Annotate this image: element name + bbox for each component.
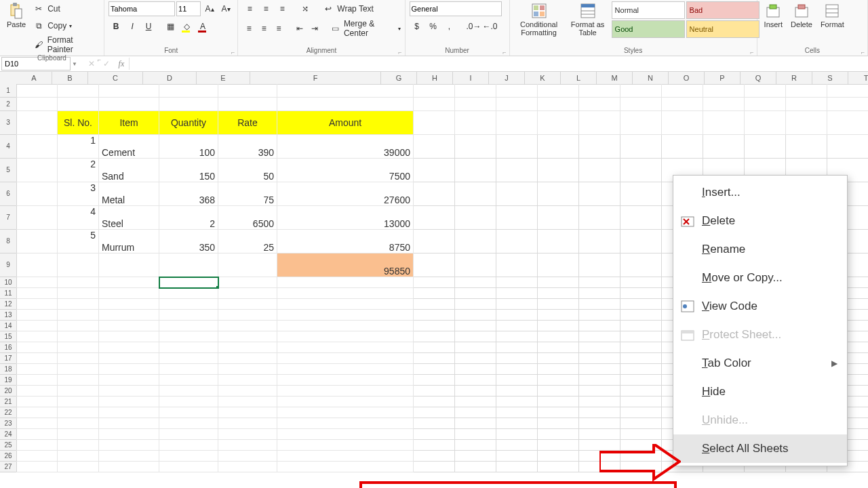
cell[interactable]	[414, 321, 455, 331]
cell[interactable]	[620, 253, 662, 277]
cell[interactable]: Sl. No.	[58, 111, 99, 135]
cell[interactable]	[496, 182, 538, 206]
cell[interactable]: Rate	[218, 111, 277, 135]
cell[interactable]	[16, 364, 58, 375]
cell[interactable]	[496, 111, 538, 135]
cell[interactable]	[455, 288, 496, 299]
col-header-E[interactable]: E	[197, 72, 250, 85]
cell[interactable]	[99, 429, 159, 440]
cell[interactable]	[99, 462, 159, 472]
cell[interactable]	[16, 182, 58, 206]
cell[interactable]	[414, 407, 455, 418]
copy-button[interactable]: ⧉Copy▾	[31, 18, 100, 33]
cell[interactable]	[218, 331, 277, 342]
cell[interactable]	[538, 429, 579, 440]
cell[interactable]	[159, 396, 218, 407]
underline-button[interactable]: U	[141, 19, 156, 34]
cell[interactable]	[579, 429, 620, 440]
cell[interactable]	[662, 111, 703, 135]
font-color-button[interactable]: A	[195, 19, 210, 34]
cell[interactable]	[414, 386, 455, 396]
cell[interactable]	[99, 288, 159, 299]
row-header-6[interactable]: 6	[0, 182, 17, 206]
indent-inc-icon[interactable]: ⇥	[308, 21, 321, 36]
cell[interactable]	[58, 331, 99, 342]
cell[interactable]	[579, 396, 620, 407]
cell[interactable]	[620, 135, 662, 159]
cell[interactable]	[620, 396, 662, 407]
cell[interactable]	[99, 440, 159, 451]
cell[interactable]	[277, 462, 414, 472]
cell[interactable]	[538, 135, 579, 159]
cell[interactable]	[99, 98, 159, 111]
cell[interactable]	[538, 364, 579, 375]
cell[interactable]	[620, 310, 662, 321]
cell[interactable]	[620, 159, 662, 182]
cell[interactable]	[58, 386, 99, 396]
italic-button[interactable]: I	[125, 19, 140, 34]
cell[interactable]	[99, 353, 159, 364]
cell[interactable]: 13000	[277, 206, 414, 230]
cell[interactable]	[579, 230, 620, 253]
row-header-12[interactable]: 12	[0, 299, 17, 310]
cell[interactable]	[579, 375, 620, 386]
cell[interactable]	[277, 331, 414, 342]
cell[interactable]	[827, 84, 868, 98]
comma-icon[interactable]: ,	[442, 19, 457, 34]
cell[interactable]: 95850	[277, 253, 414, 277]
cell[interactable]: Sand	[99, 159, 159, 182]
cell[interactable]	[620, 182, 662, 206]
cell[interactable]	[538, 206, 579, 230]
cell[interactable]	[218, 440, 277, 451]
cell[interactable]	[58, 364, 99, 375]
cell[interactable]	[620, 321, 662, 331]
cell[interactable]	[579, 407, 620, 418]
row-header-25[interactable]: 25	[0, 440, 17, 451]
cell[interactable]	[277, 310, 414, 321]
cell[interactable]	[58, 451, 99, 462]
cell[interactable]	[58, 253, 99, 277]
cell[interactable]	[538, 407, 579, 418]
cell[interactable]	[455, 407, 496, 418]
cell[interactable]	[159, 386, 218, 396]
row-header-9[interactable]: 9	[0, 253, 17, 277]
cell[interactable]	[16, 206, 58, 230]
cell[interactable]	[703, 84, 745, 98]
cell[interactable]	[455, 206, 496, 230]
border-button[interactable]: ▦	[163, 19, 178, 34]
cell[interactable]	[538, 310, 579, 321]
col-header-H[interactable]: H	[417, 72, 453, 85]
cell[interactable]	[496, 375, 538, 386]
shrink-font-icon[interactable]: A▾	[218, 1, 233, 16]
cell[interactable]	[414, 182, 455, 206]
cell[interactable]	[579, 288, 620, 299]
cell[interactable]	[662, 84, 703, 98]
cell[interactable]	[455, 342, 496, 353]
cell[interactable]	[218, 84, 277, 98]
cell[interactable]	[99, 321, 159, 331]
cell[interactable]	[662, 135, 703, 159]
cell[interactable]	[786, 111, 827, 135]
cell[interactable]	[218, 288, 277, 299]
cell[interactable]	[414, 440, 455, 451]
cell[interactable]	[58, 407, 99, 418]
cell[interactable]	[159, 310, 218, 321]
cell[interactable]	[277, 407, 414, 418]
cell[interactable]	[277, 353, 414, 364]
cell[interactable]	[455, 253, 496, 277]
cell[interactable]	[827, 135, 868, 159]
cell[interactable]	[786, 98, 827, 111]
cell[interactable]	[16, 135, 58, 159]
cell[interactable]	[579, 418, 620, 429]
col-header-B[interactable]: B	[52, 72, 88, 85]
cell[interactable]	[455, 111, 496, 135]
cell[interactable]	[745, 84, 786, 98]
cell[interactable]: Amount	[277, 111, 414, 135]
cell[interactable]: 27600	[277, 182, 414, 206]
cell[interactable]	[218, 407, 277, 418]
cell[interactable]: 150	[159, 159, 218, 182]
select-all-corner[interactable]	[0, 72, 17, 85]
cell[interactable]: 25	[218, 230, 277, 253]
cell[interactable]	[538, 230, 579, 253]
cell[interactable]	[159, 299, 218, 310]
